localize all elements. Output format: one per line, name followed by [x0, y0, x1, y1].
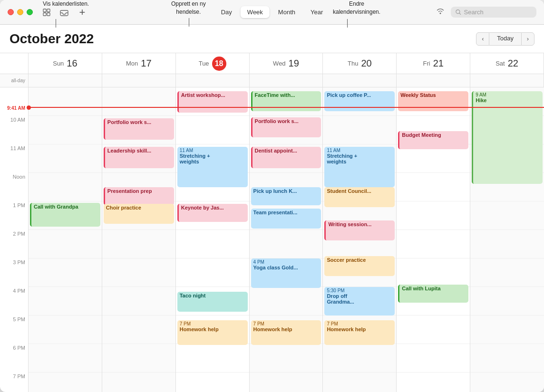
day-col-tue[interactable]: Artist workshop... 11 AM Stretching +wei… — [176, 87, 250, 392]
allday-wed[interactable] — [250, 74, 323, 87]
event-soccer[interactable]: Soccer practice — [324, 256, 395, 276]
add-event-button[interactable]: + — [77, 7, 88, 18]
calendar-body[interactable]: 9:41 AM 10 AM 11 AM Noon 1 PM 2 PM 3 PM … — [0, 87, 544, 392]
header-wed: Wed19 — [250, 53, 323, 74]
svg-point-5 — [440, 12, 441, 14]
event-leadership[interactable]: Leadership skill... — [104, 147, 174, 168]
calendar-window: Vis kalenderlisten. Opprett en nyhendels… — [0, 0, 544, 392]
time-7pm: 7 PM — [0, 373, 29, 392]
tab-month[interactable]: Month — [272, 6, 302, 18]
event-dentist[interactable]: Dentist appoint... — [251, 147, 321, 168]
svg-rect-3 — [47, 13, 50, 16]
event-pickup-lunch[interactable]: Pick up lunch K... — [251, 187, 321, 205]
time-column: 9:41 AM 10 AM 11 AM Noon 1 PM 2 PM 3 PM … — [0, 87, 29, 392]
view-tabs: Day Week Month Year — [214, 6, 330, 18]
day-headers: Sun16 Mon17 Tue18 Wed19 Thu20 Fri21 Sat2… — [0, 53, 544, 74]
time-5pm: 5 PM — [0, 316, 29, 344]
allday-fri[interactable] — [397, 74, 470, 87]
sun-3 — [29, 258, 102, 287]
calendar-list-icon[interactable] — [41, 7, 53, 18]
event-portfolio-wed[interactable]: Portfolio work s... — [251, 117, 321, 137]
day-col-mon[interactable]: Portfolio work s... Leadership skill... … — [102, 87, 176, 392]
svg-rect-0 — [43, 9, 46, 12]
header-thu: Thu20 — [323, 53, 397, 74]
day-col-thu[interactable]: Pick up coffee P... 11 AM Stretching +we… — [323, 87, 397, 392]
event-pickup-coffee[interactable]: Pick up coffee P... — [324, 91, 395, 111]
event-homework-thu[interactable]: 7 PM Homework help — [324, 320, 395, 345]
allday-label: all-day — [0, 74, 29, 87]
sun-noon — [29, 173, 102, 201]
minimize-button[interactable] — [17, 9, 23, 15]
event-portfolio-mon[interactable]: Portfolio work s... — [104, 118, 174, 140]
event-artist-workshop[interactable]: Artist workshop... — [177, 91, 248, 113]
event-weekly-status[interactable]: Weekly Status — [398, 91, 468, 111]
allday-row: all-day — [0, 74, 544, 87]
sun-2 — [29, 230, 102, 258]
event-team-presentation[interactable]: Team presentati... — [251, 209, 321, 229]
event-stretching-tue[interactable]: 11 AM Stretching +weights — [177, 147, 248, 187]
day-col-wed[interactable]: FaceTime with... Portfolio work s... Den… — [250, 87, 323, 392]
sun-5 — [29, 316, 102, 344]
maximize-button[interactable] — [27, 9, 33, 15]
toolbar-icons — [41, 7, 70, 18]
event-budget-meeting[interactable]: Budget Meeting — [398, 131, 468, 149]
calendar-header: October 2022 ‹ Today › — [0, 25, 544, 53]
tab-week[interactable]: Week — [241, 6, 270, 18]
search-input[interactable] — [464, 9, 532, 16]
time-3pm: 3 PM — [0, 258, 29, 287]
broadcast-icon[interactable] — [436, 7, 445, 18]
event-choir[interactable]: Choir practice — [104, 204, 174, 224]
event-keynote[interactable]: Keynote by Jas... — [177, 204, 248, 222]
header-tue: Tue18 — [176, 53, 250, 74]
day-col-sat[interactable]: 9 AM Hike — [470, 87, 544, 392]
event-hike[interactable]: 9 AM Hike — [472, 91, 543, 184]
header-fri: Fri21 — [397, 53, 470, 74]
time-noon: Noon — [0, 173, 29, 201]
allday-tue[interactable] — [176, 74, 250, 87]
svg-rect-2 — [47, 9, 50, 12]
time-2pm: 2 PM — [0, 230, 29, 258]
event-presentation-prep[interactable]: Presentation prep — [104, 187, 174, 205]
event-facetime[interactable]: FaceTime with... — [251, 91, 321, 111]
event-dropoff[interactable]: 5:30 PM Drop offGrandma... — [324, 287, 395, 316]
event-yoga[interactable]: 4 PM Yoga class Gold... — [251, 258, 321, 288]
allday-mon[interactable] — [102, 74, 176, 87]
event-taco-night[interactable]: Taco night — [177, 292, 248, 312]
tab-day[interactable]: Day — [214, 6, 239, 18]
header-spacer — [0, 53, 29, 74]
svg-line-7 — [459, 13, 461, 15]
prev-button[interactable]: ‹ — [476, 32, 489, 46]
next-button[interactable]: › — [521, 32, 534, 46]
day-col-sun[interactable]: Call with Grandpa — [29, 87, 102, 392]
time-1pm: 1 PM — [0, 201, 29, 230]
search-icon — [456, 9, 461, 15]
event-homework-wed[interactable]: 7 PM Homework help — [251, 320, 321, 345]
sun-7 — [29, 373, 102, 392]
event-stretching-thu[interactable]: 11 AM Stretching +weights — [324, 147, 395, 187]
sun-9 — [29, 87, 102, 116]
allday-sat[interactable] — [470, 74, 544, 87]
today-button[interactable]: Today — [489, 32, 521, 46]
header-mon: Mon17 — [102, 53, 176, 74]
sun-11 — [29, 144, 102, 173]
event-student-council[interactable]: Student Council... — [324, 187, 395, 207]
sun-6 — [29, 344, 102, 373]
event-writing-session[interactable]: Writing session... — [324, 220, 395, 240]
close-button[interactable] — [8, 9, 14, 15]
time-10am: 10 AM — [0, 116, 29, 144]
time-11am: 11 AM — [0, 144, 29, 173]
sun-4 — [29, 287, 102, 316]
tab-year[interactable]: Year — [304, 6, 330, 18]
search-box[interactable] — [451, 7, 536, 18]
allday-thu[interactable] — [323, 74, 397, 87]
traffic-lights — [8, 9, 33, 15]
event-call-grandpa[interactable]: Call with Grandpa — [30, 203, 100, 227]
allday-sun[interactable] — [29, 74, 102, 87]
day-col-fri[interactable]: Weekly Status Budget Meeting Call with L… — [397, 87, 470, 392]
inbox-icon[interactable] — [58, 7, 70, 18]
event-call-lupita[interactable]: Call with Lupita — [398, 285, 468, 303]
time-6pm: 6 PM — [0, 344, 29, 373]
sun-10 — [29, 116, 102, 144]
calendar-title: October 2022 — [10, 31, 94, 47]
event-homework-tue[interactable]: 7 PM Homework help — [177, 320, 248, 345]
